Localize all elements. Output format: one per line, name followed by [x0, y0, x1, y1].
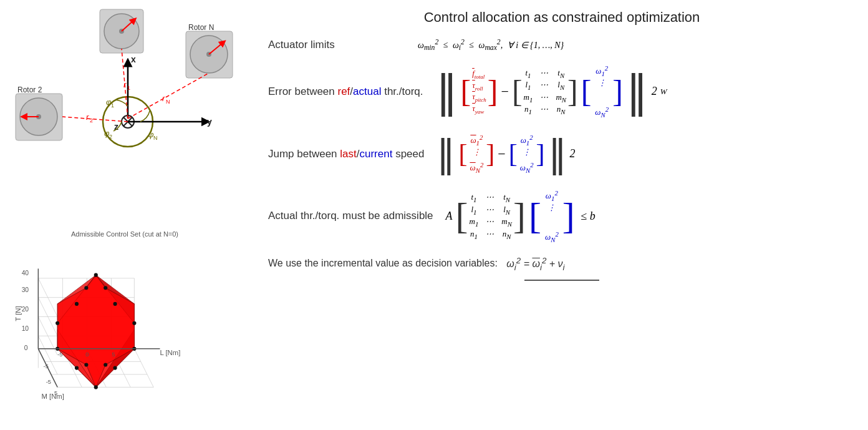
svg-point-82	[75, 366, 79, 370]
error-section: Error between ref/actual thr./torq. ‖ [ …	[268, 62, 856, 121]
svg-text:5: 5	[112, 351, 115, 358]
svg-line-22	[128, 73, 209, 119]
decision-section: We use the incremental value as decision…	[268, 256, 856, 272]
svg-point-81	[113, 366, 117, 370]
actuator-section: Actuator limits ωmin2 ≤ ωi2 ≤ ωmax2, ∀ i…	[268, 38, 856, 52]
svg-text:2: 2	[109, 134, 112, 140]
svg-point-73	[55, 321, 59, 325]
svg-text:-5: -5	[46, 379, 51, 385]
rotor1-label: Rotor 1	[109, 6, 134, 8]
svg-text:0: 0	[85, 351, 89, 358]
svg-text:y: y	[207, 117, 212, 127]
svg-text:r: r	[162, 94, 165, 103]
svg-text:10: 10	[22, 325, 29, 332]
svg-text:N: N	[166, 99, 170, 105]
svg-point-70	[132, 321, 136, 325]
decision-label: We use the incremental value as decision…	[268, 258, 498, 269]
svg-text:40: 40	[22, 270, 29, 276]
svg-text:T [N]: T [N]	[14, 306, 22, 321]
admissible-section: Actual thr./torq. must be admissible A […	[268, 187, 856, 246]
slide-title: Control allocation as constrained optimi…	[268, 9, 856, 26]
svg-point-79	[113, 302, 117, 306]
svg-text:20: 20	[22, 306, 29, 313]
rotor-diagram: Rotor 1 Rotor N Rotor 2	[12, 6, 249, 206]
svg-text:-5: -5	[44, 363, 49, 369]
svg-text:x: x	[131, 54, 136, 64]
svg-text:30: 30	[22, 286, 29, 293]
rotorN-label: Rotor N	[188, 23, 214, 32]
jump-section: Jump between last/current speed ‖ [ ω12 …	[268, 131, 856, 177]
svg-text:M [Nm]: M [Nm]	[41, 393, 64, 400]
svg-text:0: 0	[24, 344, 28, 351]
svg-text:-5: -5	[57, 351, 62, 358]
svg-text:2: 2	[90, 117, 93, 124]
jump-label: Jump between last/current speed	[268, 148, 424, 160]
rotor2-label: Rotor 2	[17, 86, 42, 94]
jump-math: ‖ [ ω12 ⋮ ωN2 ] − [ ω12	[436, 131, 575, 177]
svg-point-78	[84, 363, 88, 366]
plot-title: Admissible Control Set (cut at N=0)	[6, 230, 243, 238]
admissible-math: A [ t1⋯tN l1⋯lN m1⋯mN n1⋯nN ] [	[446, 187, 596, 246]
svg-marker-68	[57, 275, 134, 388]
svg-text:1: 1	[111, 102, 114, 109]
plot-container: Admissible Control Set (cut at N=0)	[6, 230, 243, 424]
plot-svg: 0 10 20 30 40 T [N] L [Nm] M [Nm] 5 0 -5…	[6, 239, 243, 420]
actuator-math: ωmin2 ≤ ωi2 ≤ ωmax2, ∀ i ∈ {1, …, N}	[418, 38, 564, 52]
svg-text:5: 5	[54, 390, 57, 396]
error-math: ‖ [ ftotal τroll τpitch τyaw ] − [	[436, 62, 667, 121]
svg-line-23	[62, 117, 128, 122]
left-panel: Rotor 1 Rotor N Rotor 2	[0, 0, 262, 430]
svg-point-77	[104, 363, 107, 366]
svg-line-44	[134, 349, 153, 388]
bottom-divider	[524, 280, 599, 281]
svg-text:1: 1	[127, 85, 130, 91]
right-panel: Control allocation as constrained optimi…	[262, 0, 868, 430]
svg-text:L [Nm]: L [Nm]	[160, 349, 180, 356]
svg-text:N: N	[153, 135, 158, 141]
admissible-label: Actual thr./torq. must be admissible	[268, 210, 433, 222]
actuator-label: Actuator limits	[268, 39, 405, 51]
svg-point-80	[75, 302, 79, 306]
svg-point-69	[94, 273, 98, 277]
svg-point-76	[84, 286, 88, 290]
error-label: Error between ref/actual thr./torq.	[268, 86, 423, 98]
svg-point-72	[94, 385, 98, 389]
svg-text:r: r	[86, 112, 89, 122]
svg-point-75	[104, 286, 107, 290]
rotor-svg: Rotor 1 Rotor N Rotor 2	[12, 6, 249, 206]
svg-text:r: r	[123, 80, 127, 89]
